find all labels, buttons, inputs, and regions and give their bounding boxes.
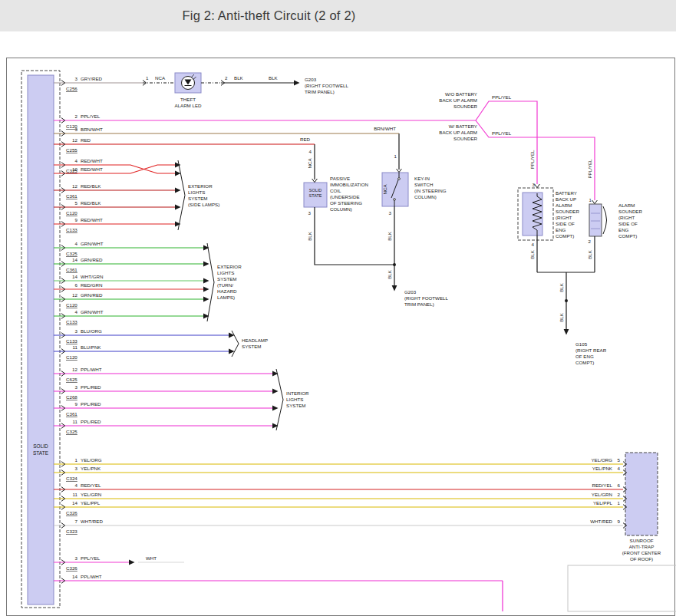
- junction-dot: [565, 299, 568, 302]
- connector-label: C120: [66, 210, 77, 216]
- wire-color-label: YEL/GRN: [592, 492, 612, 497]
- wire-color-label: GRN/RED: [81, 292, 103, 298]
- pin-number: 7: [75, 519, 78, 524]
- note-text: SOUNDER: [556, 209, 579, 214]
- bottom-right-module-box: [568, 565, 676, 611]
- rotated-wire-label: NCA: [382, 184, 387, 195]
- pin-number: 3: [75, 384, 78, 390]
- wire-color-label: GRN/WHT: [81, 309, 104, 315]
- pin-number: 11: [73, 492, 78, 497]
- connector-label: C326: [66, 565, 77, 571]
- connector-label: C361: [66, 193, 77, 199]
- battery-backup-sounder-body: [523, 193, 542, 236]
- note-text: SOLID: [33, 443, 48, 449]
- note-text: ALARM: [618, 203, 635, 208]
- note-text: ANTI-TRAP: [629, 544, 655, 549]
- note-text: COLUMN): [330, 206, 352, 212]
- wire-color-label: YEL/ORG: [591, 457, 612, 463]
- note-text: COMPT): [556, 233, 574, 239]
- group-label: HAZARD: [217, 288, 237, 294]
- arrowhead: [564, 329, 569, 335]
- arrowhead: [272, 406, 279, 411]
- note-text: IMMOBILIZATION: [330, 182, 368, 187]
- note-text: COIL: [330, 188, 341, 193]
- pin-number: 11: [73, 419, 78, 424]
- connector-label: C120: [66, 354, 77, 360]
- group-label: SYSTEM: [242, 344, 261, 349]
- wire-color-label: RED/YEL: [81, 483, 101, 488]
- pin-number: 6: [618, 483, 621, 488]
- wire-color-label: WHT/GRN: [81, 274, 104, 279]
- wire-color-label: YEL/PNK: [81, 466, 101, 471]
- pin-number: 9: [75, 401, 78, 407]
- group-label: SYSTEM: [217, 276, 236, 282]
- wire-color-label: BRN/WHT: [81, 127, 103, 132]
- wire-color-label: WHT: [146, 555, 157, 561]
- wire-color-label: YEL/PPL: [81, 500, 101, 506]
- switch-terminal: [394, 199, 396, 201]
- pin-number: 3: [75, 127, 78, 132]
- note-text: SUNROOF: [630, 538, 654, 543]
- wire-color-label: BLU/ORG: [81, 328, 102, 334]
- wire-color-label: PPL/WHT: [81, 367, 102, 372]
- note-text: STATE: [33, 450, 49, 456]
- wire-color-label: RED/BLK: [81, 200, 101, 206]
- group-label: SYSTEM: [286, 403, 305, 408]
- wire-color-label: PPL/RED: [81, 401, 101, 407]
- note-text: ALARM: [556, 203, 572, 208]
- pin-number: 4: [309, 149, 312, 154]
- pin-number: 14: [72, 274, 77, 279]
- note-text: (RIGHT: [618, 215, 635, 220]
- wire-color-label: GRN/WHT: [81, 241, 104, 246]
- group-label: EXTERIOR: [188, 183, 213, 189]
- group-label: LIGHTS: [286, 397, 303, 402]
- group-label: LIGHTS: [217, 270, 234, 275]
- alarm-sounder-body: [589, 204, 602, 236]
- rotated-wire-label: BLK: [307, 231, 312, 241]
- pin-number: 3: [75, 328, 78, 334]
- wire-color-label: GRY/RED: [81, 76, 103, 81]
- pin-number: 12: [72, 183, 77, 189]
- wire-color-label: RED/GRN: [81, 282, 103, 288]
- note-text: PASSIVE: [330, 176, 350, 181]
- wire-color-label: PPL/WHT: [81, 574, 102, 579]
- pin-number: 6: [75, 282, 78, 288]
- note-text: BACK UP: [556, 196, 576, 202]
- wire-color-label: NCA: [155, 75, 166, 81]
- pin-number: 10: [72, 166, 77, 172]
- wire: [476, 101, 537, 184]
- wire-color-label: RED/BLK: [81, 183, 101, 189]
- note-text: COLUMN): [414, 194, 437, 199]
- note-text: ENG: [556, 227, 566, 232]
- pin-number: 12: [72, 137, 77, 143]
- pin-number: 4: [75, 483, 78, 488]
- pin-number: 4: [75, 309, 78, 315]
- rotated-wire-label: BLK: [387, 231, 392, 241]
- note-text: (RIGHT: [556, 215, 572, 220]
- note-text: SIDE OF: [556, 221, 575, 226]
- pin-number: 9: [75, 217, 78, 222]
- wire-color-label: 2: [225, 75, 228, 81]
- junction-dot: [393, 263, 396, 266]
- note-text: (UNDERSIDE: [330, 194, 360, 199]
- note-text: OF STEERING: [330, 200, 362, 206]
- note-text: SOUNDER: [453, 136, 477, 141]
- note-text: (FRONT CENTER: [622, 550, 661, 555]
- wire-color-label: RED/WHT: [81, 217, 103, 222]
- pin-number: 4: [75, 158, 78, 163]
- pin-number: 3: [75, 76, 78, 81]
- note-text: COMPT): [575, 360, 594, 365]
- note-text: SWITCH: [414, 182, 433, 187]
- wire-color-label: PPL/YEL: [81, 555, 101, 561]
- connector-chevron: [592, 200, 598, 204]
- connector-label: C361: [66, 267, 77, 272]
- note-text: ALARM LED: [174, 103, 202, 108]
- note-text: (RIGHT FOOTWELL: [404, 295, 449, 301]
- group-brace: [207, 243, 214, 321]
- note-text: KEY-IN: [414, 176, 430, 181]
- pin-number: 1: [589, 197, 592, 203]
- connector-label: C325: [66, 251, 77, 256]
- connector-label: C120: [66, 302, 77, 308]
- wire-color-label: 1: [146, 75, 149, 81]
- pin-number: 5: [75, 200, 78, 206]
